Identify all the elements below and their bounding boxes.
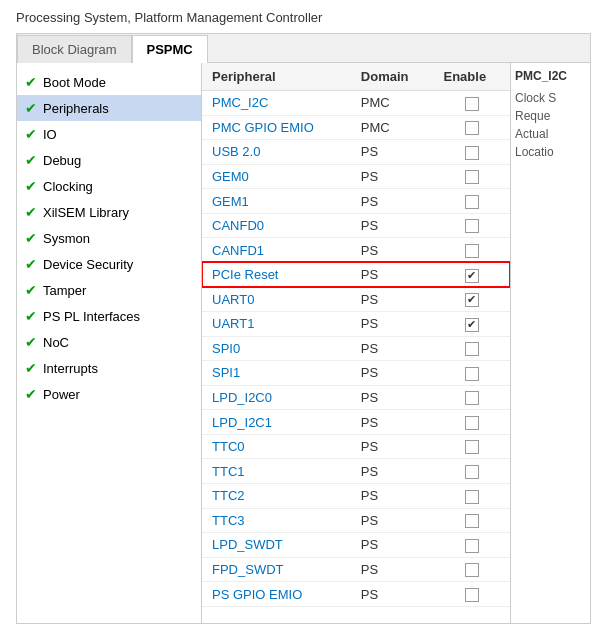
- right-panel-title: PMC_I2C: [515, 69, 586, 83]
- enable-cell[interactable]: [433, 434, 510, 459]
- enable-cell[interactable]: [433, 287, 510, 312]
- domain-cell: PS: [351, 361, 434, 386]
- peripheral-cell[interactable]: TTC1: [202, 459, 351, 484]
- sidebar-item-clocking[interactable]: ✔Clocking: [17, 173, 201, 199]
- enable-cell[interactable]: [433, 164, 510, 189]
- peripheral-cell[interactable]: SPI0: [202, 336, 351, 361]
- enable-checkbox[interactable]: [465, 465, 479, 479]
- enable-checkbox[interactable]: [465, 244, 479, 258]
- enable-cell[interactable]: [433, 262, 510, 287]
- peripheral-cell[interactable]: LPD_SWDT: [202, 533, 351, 558]
- domain-cell: PMC: [351, 115, 434, 140]
- sidebar-item-peripherals[interactable]: ✔Peripherals: [17, 95, 201, 121]
- peripheral-cell[interactable]: TTC2: [202, 484, 351, 509]
- sidebar-item-sysmon[interactable]: ✔Sysmon: [17, 225, 201, 251]
- enable-checkbox[interactable]: [465, 563, 479, 577]
- domain-cell: PS: [351, 140, 434, 165]
- enable-cell[interactable]: [433, 336, 510, 361]
- table-row: CANFD0PS: [202, 213, 510, 238]
- peripheral-cell[interactable]: FPD_SWDT: [202, 557, 351, 582]
- tab-block-diagram[interactable]: Block Diagram: [17, 35, 132, 63]
- table-row: LPD_I2C1PS: [202, 410, 510, 435]
- enable-checkbox[interactable]: [465, 269, 479, 283]
- enable-checkbox[interactable]: [465, 391, 479, 405]
- enable-cell[interactable]: [433, 533, 510, 558]
- domain-cell: PS: [351, 459, 434, 484]
- peripheral-cell[interactable]: TTC3: [202, 508, 351, 533]
- enable-checkbox[interactable]: [465, 416, 479, 430]
- sidebar-item-xilsem[interactable]: ✔XilSEM Library: [17, 199, 201, 225]
- enable-cell[interactable]: [433, 410, 510, 435]
- enable-cell[interactable]: [433, 140, 510, 165]
- sidebar-item-noc[interactable]: ✔NoC: [17, 329, 201, 355]
- enable-checkbox[interactable]: [465, 514, 479, 528]
- peripheral-cell[interactable]: SPI1: [202, 361, 351, 386]
- domain-cell: PS: [351, 582, 434, 607]
- sidebar-item-device-security[interactable]: ✔Device Security: [17, 251, 201, 277]
- enable-checkbox[interactable]: [465, 367, 479, 381]
- sidebar-item-io[interactable]: ✔IO: [17, 121, 201, 147]
- enable-checkbox[interactable]: [465, 121, 479, 135]
- peripheral-cell[interactable]: GEM1: [202, 189, 351, 214]
- sidebar-item-boot-mode[interactable]: ✔Boot Mode: [17, 69, 201, 95]
- sidebar-item-label: NoC: [43, 335, 69, 350]
- tab-pspmc[interactable]: PSPMC: [132, 35, 208, 63]
- peripheral-cell[interactable]: GEM0: [202, 164, 351, 189]
- enable-checkbox[interactable]: [465, 342, 479, 356]
- peripheral-cell[interactable]: LPD_I2C0: [202, 385, 351, 410]
- peripheral-cell[interactable]: CANFD0: [202, 213, 351, 238]
- enable-cell[interactable]: [433, 213, 510, 238]
- check-icon: ✔: [25, 256, 37, 272]
- domain-cell: PS: [351, 434, 434, 459]
- enable-cell[interactable]: [433, 582, 510, 607]
- domain-cell: PS: [351, 336, 434, 361]
- peripheral-cell[interactable]: USB 2.0: [202, 140, 351, 165]
- peripheral-cell[interactable]: LPD_I2C1: [202, 410, 351, 435]
- enable-checkbox[interactable]: [465, 588, 479, 602]
- sidebar-item-tamper[interactable]: ✔Tamper: [17, 277, 201, 303]
- enable-cell[interactable]: [433, 115, 510, 140]
- sidebar-item-power[interactable]: ✔Power: [17, 381, 201, 407]
- peripheral-cell[interactable]: PMC_I2C: [202, 91, 351, 116]
- peripheral-cell[interactable]: PS GPIO EMIO: [202, 582, 351, 607]
- table-row: CANFD1PS: [202, 238, 510, 263]
- enable-cell[interactable]: [433, 484, 510, 509]
- enable-cell[interactable]: [433, 91, 510, 116]
- enable-cell[interactable]: [433, 361, 510, 386]
- enable-checkbox[interactable]: [465, 293, 479, 307]
- peripheral-cell[interactable]: CANFD1: [202, 238, 351, 263]
- domain-cell: PS: [351, 287, 434, 312]
- enable-checkbox[interactable]: [465, 490, 479, 504]
- right-panel-item: Locatio: [515, 143, 586, 161]
- table-area: PeripheralDomainEnablePMC_I2CPMCPMC GPIO…: [202, 63, 510, 623]
- enable-cell[interactable]: [433, 459, 510, 484]
- peripheral-cell[interactable]: UART1: [202, 312, 351, 337]
- enable-cell[interactable]: [433, 312, 510, 337]
- enable-cell[interactable]: [433, 189, 510, 214]
- peripheral-cell[interactable]: PMC GPIO EMIO: [202, 115, 351, 140]
- right-panel: PMC_I2C Clock SRequeActualLocatio: [510, 63, 590, 623]
- enable-checkbox[interactable]: [465, 170, 479, 184]
- enable-checkbox[interactable]: [465, 440, 479, 454]
- peripheral-cell[interactable]: UART0: [202, 287, 351, 312]
- table-row: GEM1PS: [202, 189, 510, 214]
- sidebar-item-interrupts[interactable]: ✔Interrupts: [17, 355, 201, 381]
- sidebar-item-label: Tamper: [43, 283, 86, 298]
- enable-checkbox[interactable]: [465, 318, 479, 332]
- peripheral-cell[interactable]: PCIe Reset: [202, 262, 351, 287]
- enable-checkbox[interactable]: [465, 146, 479, 160]
- sidebar-item-debug[interactable]: ✔Debug: [17, 147, 201, 173]
- enable-checkbox[interactable]: [465, 97, 479, 111]
- sidebar-item-ps-pl-interfaces[interactable]: ✔PS PL Interfaces: [17, 303, 201, 329]
- enable-cell[interactable]: [433, 508, 510, 533]
- domain-cell: PS: [351, 189, 434, 214]
- enable-checkbox[interactable]: [465, 539, 479, 553]
- enable-checkbox[interactable]: [465, 195, 479, 209]
- enable-cell[interactable]: [433, 557, 510, 582]
- peripheral-cell[interactable]: TTC0: [202, 434, 351, 459]
- enable-cell[interactable]: [433, 238, 510, 263]
- table-row: TTC0PS: [202, 434, 510, 459]
- enable-checkbox[interactable]: [465, 219, 479, 233]
- domain-cell: PS: [351, 533, 434, 558]
- enable-cell[interactable]: [433, 385, 510, 410]
